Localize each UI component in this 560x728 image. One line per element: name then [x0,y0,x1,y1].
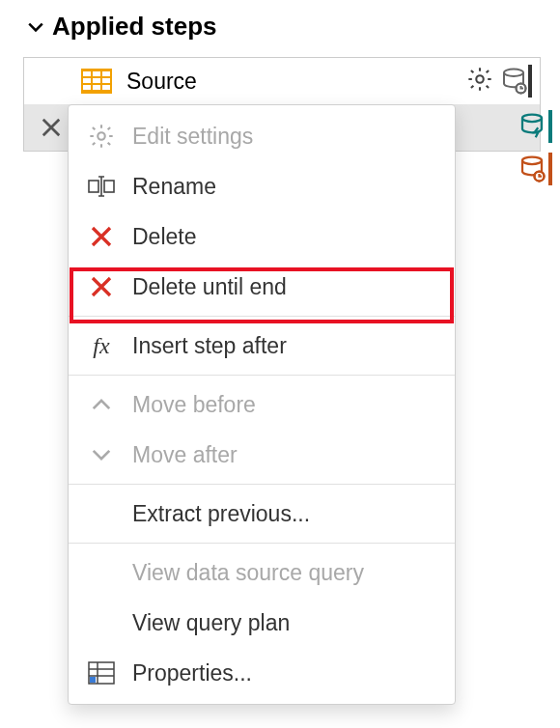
svg-rect-6 [93,85,100,90]
svg-rect-10 [102,71,110,76]
svg-point-16 [522,115,542,123]
x-red-icon [86,221,117,252]
delete-step-icon[interactable] [32,104,70,151]
svg-rect-5 [83,85,91,90]
fx-icon: fx [86,330,117,361]
svg-rect-27 [90,677,96,683]
section-title: Applied steps [52,12,216,42]
menu-item-label: View data source query [132,560,437,586]
blank-icon [86,607,117,638]
menu-extract-previous[interactable]: Extract previous... [69,489,455,539]
svg-point-17 [522,157,542,165]
gear-icon[interactable] [466,66,493,97]
svg-rect-4 [102,78,110,83]
menu-item-label: Rename [132,174,437,200]
menu-move-before: Move before [69,379,455,430]
menu-rename[interactable]: Rename [69,161,455,211]
database-lightning-icon [518,110,552,143]
svg-rect-7 [102,85,110,90]
rename-icon [86,171,117,202]
menu-properties[interactable]: Properties... [69,648,455,698]
context-menu: Edit settings Rename Delete Delete until… [68,104,456,705]
menu-view-data-source-query: View data source query [69,547,455,598]
menu-item-label: Delete until end [132,274,437,300]
svg-point-11 [476,75,483,82]
chevron-down-icon [27,18,44,36]
menu-delete-until-end[interactable]: Delete until end [69,262,455,312]
menu-separator [69,543,455,544]
blank-icon [86,557,117,588]
step-row-source[interactable]: Source [24,58,540,104]
svg-rect-8 [83,71,91,76]
menu-edit-settings: Edit settings [69,111,455,161]
x-red-icon [86,271,117,302]
menu-item-label: Delete [132,224,437,250]
menu-separator [69,375,455,376]
menu-item-label: View query plan [132,610,437,636]
chevron-down-icon [86,439,117,470]
chevron-up-icon [86,389,117,420]
menu-separator [69,316,455,317]
menu-insert-step-after[interactable]: fx Insert step after [69,321,455,371]
table-icon [80,68,113,95]
menu-item-label: Move after [132,442,437,468]
database-icon [499,65,532,98]
menu-item-label: Move before [132,392,437,418]
svg-rect-9 [93,71,100,76]
menu-separator [69,484,455,485]
svg-rect-22 [104,181,114,192]
applied-steps-header[interactable]: Applied steps [0,0,560,53]
menu-delete[interactable]: Delete [69,211,455,262]
menu-item-label: Extract previous... [132,501,437,527]
database-clock-icon [518,153,552,185]
step-label: Source [123,69,457,95]
svg-rect-3 [93,78,100,83]
menu-item-label: Properties... [132,660,437,686]
menu-item-label: Edit settings [132,124,437,150]
menu-view-query-plan[interactable]: View query plan [69,598,455,648]
table-icon [86,658,117,688]
svg-point-12 [504,70,523,77]
svg-rect-21 [89,181,98,192]
blank-icon [86,498,117,529]
gear-icon [86,121,117,152]
menu-move-after: Move after [69,430,455,480]
menu-item-label: Insert step after [132,333,437,359]
svg-point-20 [98,132,104,139]
svg-rect-2 [83,78,91,83]
